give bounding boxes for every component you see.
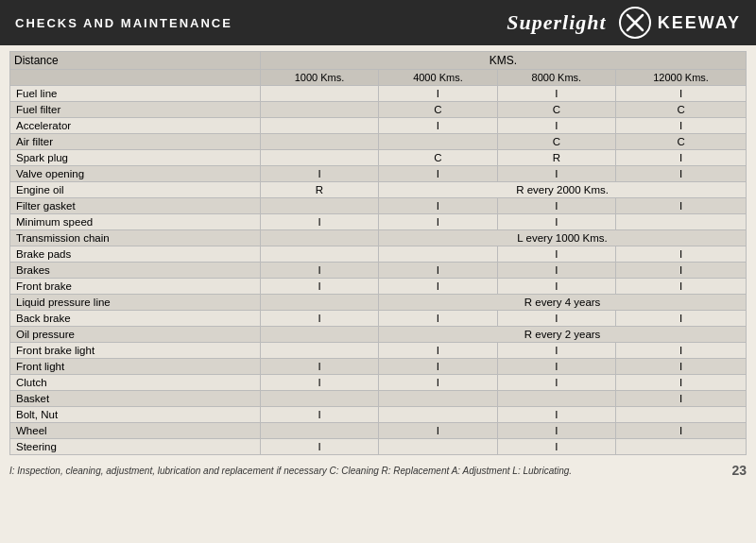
table-row: Brake padsII <box>10 246 747 263</box>
row-cell-c12000 <box>616 407 747 423</box>
row-cell-c12000: I <box>616 375 747 391</box>
row-cell-c4000: I <box>379 86 497 102</box>
row-cell-c4000: I <box>379 118 497 134</box>
row-cell-c12000: C <box>616 134 747 150</box>
row-cell-c1000 <box>260 134 378 150</box>
row-item-name: Front brake <box>10 279 261 295</box>
row-cell-c8000: I <box>497 246 615 263</box>
row-cell-c1000 <box>260 198 378 214</box>
row-cell-c8000: I <box>497 343 615 359</box>
footer-note: I: Inspection, cleaning, adjustment, lub… <box>9 466 572 476</box>
row-cell-c1000 <box>260 86 378 102</box>
row-cell-c4000: C <box>379 150 497 166</box>
row-item-name: Spark plug <box>10 150 261 166</box>
row-cell-c4000: I <box>379 279 497 295</box>
col-header-item <box>10 70 261 86</box>
row-cell-c1000 <box>260 102 378 118</box>
row-cell-c1000: I <box>260 279 378 295</box>
row-cell-1000 <box>260 230 378 246</box>
table-row: AcceleratorIII <box>10 118 747 134</box>
row-cell-c12000: I <box>616 359 747 375</box>
table-row: Front lightIIII <box>10 359 747 375</box>
page-number: 23 <box>731 463 747 478</box>
col-header-8000: 8000 Kms. <box>497 70 615 86</box>
table-row: Air filterCC <box>10 134 747 150</box>
row-item-name: Bolt, Nut <box>10 407 261 423</box>
row-cell-c8000: R <box>497 150 615 166</box>
page-footer: I: Inspection, cleaning, adjustment, lub… <box>0 459 756 482</box>
row-cell-c8000: I <box>497 198 615 214</box>
row-cell-c8000: I <box>497 166 615 182</box>
row-cell-c8000: I <box>497 86 615 102</box>
row-item-name: Wheel <box>10 423 261 439</box>
table-row: Transmission chainL every 1000 Kms. <box>10 230 747 246</box>
superlight-logo: Superlight <box>507 10 606 35</box>
row-cell-c1000: I <box>260 166 378 182</box>
row-cell-c8000: I <box>497 375 615 391</box>
table-row: Liquid pressure lineR every 4 years <box>10 295 747 311</box>
table-row: Oil pressureR every 2 years <box>10 327 747 343</box>
row-cell-c1000 <box>260 150 378 166</box>
table-row: Valve openingIIII <box>10 166 747 182</box>
row-item-name: Minimum speed <box>10 214 261 230</box>
row-cell-c4000: I <box>379 263 497 279</box>
row-item-name: Air filter <box>10 134 261 150</box>
table-row: Engine oilRR every 2000 Kms. <box>10 182 747 198</box>
row-cell-c1000: I <box>260 214 378 230</box>
row-item-name: Filter gasket <box>10 198 261 214</box>
row-item-name: Basket <box>10 391 261 407</box>
row-cell-c8000: I <box>497 214 615 230</box>
row-cell-c4000 <box>379 246 497 263</box>
maintenance-table: Distance KMS. 1000 Kms. 4000 Kms. 8000 K… <box>9 51 747 455</box>
row-cell-c4000 <box>379 391 497 407</box>
row-cell-c12000: I <box>616 166 747 182</box>
row-cell-c8000: I <box>497 407 615 423</box>
row-item-name: Engine oil <box>10 182 261 198</box>
row-cell-c12000: C <box>616 102 747 118</box>
row-cell-c4000 <box>379 439 497 455</box>
row-cell-c4000: I <box>379 198 497 214</box>
row-cell-c1000: I <box>260 359 378 375</box>
row-cell-c4000: I <box>379 343 497 359</box>
row-item-name: Fuel filter <box>10 102 261 118</box>
row-cell-c1000: I <box>260 311 378 327</box>
row-cell-c8000: I <box>497 359 615 375</box>
keeway-logo-wrap: KEEWAY <box>618 6 741 40</box>
table-header-row-2: 1000 Kms. 4000 Kms. 8000 Kms. 12000 Kms. <box>10 70 747 86</box>
row-cell-c1000: I <box>260 375 378 391</box>
row-cell-c1000 <box>260 246 378 263</box>
row-cell-c12000 <box>616 439 747 455</box>
keeway-icon <box>618 6 652 40</box>
header-logos: Superlight KEEWAY <box>507 6 741 40</box>
row-cell-c4000: I <box>379 359 497 375</box>
table-row: ClutchIIII <box>10 375 747 391</box>
row-item-name: Front brake light <box>10 343 261 359</box>
table-row: Fuel lineIII <box>10 86 747 102</box>
row-item-name: Steering <box>10 439 261 455</box>
row-item-name: Oil pressure <box>10 327 261 343</box>
row-cell-c1000 <box>260 343 378 359</box>
row-cell-span: R every 2 years <box>379 327 747 343</box>
row-cell-c1000 <box>260 391 378 407</box>
row-item-name: Fuel line <box>10 86 261 102</box>
row-cell-1000: R <box>260 182 378 198</box>
row-cell-c12000: I <box>616 423 747 439</box>
row-cell-c4000: I <box>379 311 497 327</box>
row-cell-c12000: I <box>616 150 747 166</box>
row-cell-c1000: I <box>260 263 378 279</box>
col-header-12000: 12000 Kms. <box>616 70 747 86</box>
page-title: CHECKS AND MAINTENANCE <box>15 16 232 30</box>
row-cell-span: R every 4 years <box>379 295 747 311</box>
row-cell-c8000: I <box>497 423 615 439</box>
row-item-name: Valve opening <box>10 166 261 182</box>
table-row: Front brakeIIII <box>10 279 747 295</box>
main-table-container: Distance KMS. 1000 Kms. 4000 Kms. 8000 K… <box>0 45 756 459</box>
row-item-name: Brakes <box>10 263 261 279</box>
row-cell-c4000 <box>379 407 497 423</box>
row-cell-c8000: I <box>497 263 615 279</box>
table-row: WheelIII <box>10 423 747 439</box>
row-cell-c4000: C <box>379 102 497 118</box>
row-cell-c4000: I <box>379 214 497 230</box>
row-cell-c12000: I <box>616 279 747 295</box>
row-cell-c8000: I <box>497 118 615 134</box>
